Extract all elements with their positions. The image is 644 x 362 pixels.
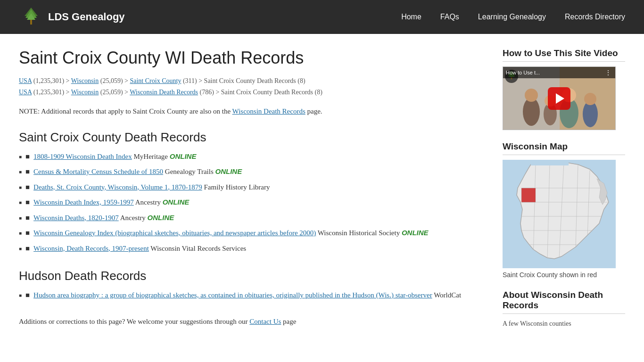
record-link-hudson[interactable]: Hudson area biography : a group of biogr… [33,291,432,299]
list-item: ■ Hudson area biography : a group of bio… [19,290,484,301]
sidebar-about-section: About Wisconsin Death Records A few Wisc… [503,290,625,329]
nav-faqs[interactable]: FAQs [440,13,459,21]
record-link-deaths1870[interactable]: Deaths, St. Croix County, Wisconsin, Vol… [33,183,202,191]
online-badge: ONLINE [163,198,190,206]
nav-learning[interactable]: Learning Genealogy [478,13,546,21]
svg-rect-31 [531,160,569,165]
online-badge: ONLINE [402,229,429,237]
breadcrumb-wi-death[interactable]: Wisconsin Death Records [130,89,198,96]
video-dots: ⋮ [605,69,612,76]
online-badge: ONLINE [170,152,197,160]
records-list: ■ 1808-1909 Wisconsin Death Index MyHeri… [19,151,484,254]
svg-point-8 [525,89,538,102]
section1-title: Saint Croix County Death Records [19,130,484,145]
svg-point-14 [584,93,596,105]
record-link-index1959[interactable]: Wisconsin Death Index, 1959-1997 [33,198,134,206]
list-item: ■ Wisconsin, Death Records, 1907-present… [19,243,484,254]
site-header: LDS Genealogy Home FAQs Learning Genealo… [0,0,644,34]
logo-link[interactable]: LDS Genealogy [19,5,125,29]
page-title: Saint Croix County WI Death Records [19,48,484,68]
list-item: ■ Wisconsin Death Index, 1959-1997 Ances… [19,197,484,208]
breadcrumb-wisconsin-2[interactable]: Wisconsin [71,89,99,96]
section2-title: Hudson Death Records [19,269,484,283]
sidebar-video-section: How to Use This Site Video [503,48,625,130]
play-button[interactable] [548,87,570,110]
sidebar-map-section: Wisconsin Map [503,141,625,279]
map-caption: Saint Croix County shown in red [503,271,625,279]
logo-icon [19,5,43,29]
logo-text: LDS Genealogy [48,11,125,23]
svg-rect-30 [521,188,536,202]
list-item: ■ Wisconsin Genealogy Index (biographica… [19,228,484,239]
contact-us-link[interactable]: Contact Us [249,318,281,325]
record-link-census1850[interactable]: Census & Mortality Census Schedule of 18… [33,168,163,175]
sidebar: How to Use This Site Video [503,48,625,340]
nav-records-dir[interactable]: Records Directory [565,13,625,21]
breadcrumb-wisconsin-1[interactable]: Wisconsin [71,77,99,84]
breadcrumb-line1: USA (1,235,301) > Wisconsin (25,059) > S… [19,77,305,84]
main-nav: Home FAQs Learning Genealogy Records Dir… [401,13,625,21]
about-section-title: About Wisconsin Death Records [503,290,625,314]
breadcrumb: USA (1,235,301) > Wisconsin (25,059) > S… [19,75,484,98]
breadcrumb-saint-croix[interactable]: Saint Croix County [130,77,181,84]
nav-home[interactable]: Home [401,13,421,21]
list-item: ■ Deaths, St. Croix County, Wisconsin, V… [19,182,484,193]
wi-map-svg [503,160,616,268]
record-link-genealogy-index[interactable]: Wisconsin Genealogy Index (biographical … [33,229,316,237]
record-link-death1907[interactable]: Wisconsin, Death Records, 1907-present [33,245,149,252]
corrections-text: Additions or corrections to this page? W… [19,316,484,327]
hudson-records-list: ■ Hudson area biography : a group of bio… [19,290,484,301]
wi-map [503,160,616,268]
about-text: A few Wisconsin counties [503,319,625,329]
note-text: NOTE: Additional records that apply to S… [19,106,484,117]
play-icon [556,93,564,104]
list-item: ■ Wisconsin Deaths, 1820-1907 Ancestry O… [19,213,484,223]
list-item: ■ 1808-1909 Wisconsin Death Index MyHeri… [19,151,484,162]
wi-death-records-link[interactable]: Wisconsin Death Records [232,107,305,115]
map-section-title: Wisconsin Map [503,141,625,155]
breadcrumb-line2: USA (1,235,301) > Wisconsin (25,059) > W… [19,89,322,96]
main-content: Saint Croix County WI Death Records USA … [19,48,484,340]
video-thumbnail[interactable]: How to Use t... ⋮ [503,66,616,130]
breadcrumb-usa-2[interactable]: USA [19,89,32,96]
online-badge: ONLINE [215,167,242,175]
page-wrapper: Saint Croix County WI Death Records USA … [0,34,644,359]
breadcrumb-usa-1[interactable]: USA [19,77,32,84]
record-link-1808[interactable]: 1808-1909 Wisconsin Death Index [33,153,132,160]
list-item: ■ Census & Mortality Census Schedule of … [19,166,484,177]
record-link-deaths1820[interactable]: Wisconsin Deaths, 1820-1907 [33,214,119,222]
video-title-text: How to Use t... [506,70,540,75]
online-badge: ONLINE [148,214,174,222]
video-section-title: How to Use This Site Video [503,48,625,62]
video-title-bar: How to Use t... ⋮ [503,67,615,78]
